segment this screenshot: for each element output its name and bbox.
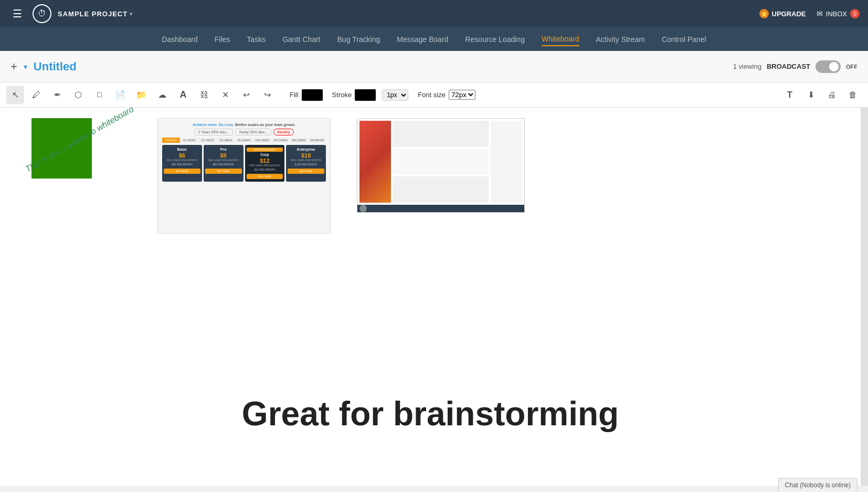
font-size-select[interactable]: 72px 48px 36px 24px [449,90,475,100]
hamburger-icon: ☰ [13,7,22,20]
font-size-label: Font size [418,91,446,99]
pen-tool[interactable]: ✒ [48,86,66,104]
shapes-tool[interactable]: ⬡ [69,86,87,104]
cursor-icon: ↖ [12,90,19,100]
trash-icon: 🗑 [849,90,857,100]
enterprise-buy-btn[interactable]: BUY NOW [288,169,324,174]
pro-name: Pro [205,148,242,151]
whiteboard-title[interactable]: Untitled [34,60,77,74]
nav-bar: Dashboard Files Tasks Gantt Chart Bug Tr… [0,27,868,51]
redo-button[interactable]: ↪ [258,86,276,104]
inbox-count: 0 [850,9,860,18]
download-button[interactable]: ⬇ [802,86,820,104]
pro-price: $9 [205,152,242,159]
stroke-size-control[interactable]: 1px 2px 3px [382,89,408,101]
viewer-count: 1 viewing [733,62,761,70]
file-tool[interactable]: 📄 [111,86,129,104]
nav-resource[interactable]: Resource Loading [465,33,525,46]
eraser-tool[interactable]: ✕ [216,86,234,104]
font-size-section: Font size 72px 48px 36px 24px [418,90,475,100]
stroke-size-select[interactable]: 1px 2px 3px [382,89,408,101]
drawing-toolbar: ↖ 🖊 ✒ ⬡ ☐ 📄 📁 ☁ A ⛓ ✕ ↩ ↪ Fill Stroke [0,82,868,108]
toolbar-right: T ⬇ 🖨 🗑 [781,86,862,104]
shapes-icon: ⬡ [75,90,82,100]
top-bar-left: ☰ ⏱ SAMPLE PROJECT ▾ [8,4,751,23]
project-dropdown-arrow: ▾ [130,11,133,17]
basic-name: Basic [164,148,200,151]
whiteboard-header: + ▾ Untitled 1 viewing BROADCAST OFF [0,51,868,82]
tab-2years[interactable]: 2 Years 50% disc... [194,129,233,135]
fill-color-picker[interactable] [302,89,323,101]
cloud-tool[interactable]: ☁ [153,86,171,104]
text-tool[interactable]: A [174,86,192,104]
corp-sub: PER USER /PER MONTH [247,164,283,167]
tier-200: 200 USERS [272,138,290,143]
nav-tasks[interactable]: Tasks [247,33,266,46]
redo-icon: ↪ [264,90,271,100]
tab-monthly[interactable]: Monthly [273,129,294,135]
inbox-button[interactable]: ✉ INBOX 0 [817,9,860,18]
menu-button[interactable]: ☰ [8,5,26,23]
tier-unlimited: UNLIMITED [308,138,326,143]
nav-message[interactable]: Message Board [397,33,448,46]
corp-buy-btn[interactable]: BUY NOW [247,174,283,179]
canvas-area[interactable]: This is text I added to whiteboard Achie… [0,108,861,486]
whiteboard-header-right: 1 viewing BROADCAST OFF [733,60,858,73]
stroke-section: Stroke 1px 2px 3px [332,89,409,101]
print-button[interactable]: 🖨 [823,86,841,104]
upgrade-icon: ⭐ [759,9,769,18]
text-icon: A [180,89,187,100]
cloud-icon: ☁ [158,90,166,100]
social-inner [357,119,524,212]
tier-100: 100 USERS [253,138,271,143]
nav-activity[interactable]: Activity Stream [596,33,645,46]
chat-bar[interactable]: Chat (Nobody is online) [778,478,858,492]
folder-tool[interactable]: 📁 [132,86,150,104]
nav-bug[interactable]: Bug Tracking [337,33,380,46]
clock-icon: ⏱ [33,4,51,23]
textbox-tool[interactable]: ☐ [90,86,108,104]
pro-buy-btn[interactable]: BUY NOW [205,169,242,174]
broadcast-toggle[interactable] [816,60,841,73]
canvas-scrollbar[interactable] [861,108,868,486]
undo-button[interactable]: ↩ [237,86,255,104]
tab-yearly[interactable]: Yearly 50% disc... [235,129,271,135]
social-screenshot[interactable] [357,118,525,213]
enterprise-card: Enterprise $18 PER USER /PER MONTH $108 … [286,145,326,182]
social-content [357,119,524,205]
select-tool[interactable]: ↖ [6,86,24,104]
stroke-color-picker[interactable] [355,89,376,101]
inbox-icon: ✉ [817,9,823,18]
file-icon: 📄 [115,90,125,100]
link-tool[interactable]: ⛓ [195,86,213,104]
top-bar: ☰ ⏱ SAMPLE PROJECT ▾ ⭐ UPGRADE ✉ INBOX 0 [0,0,868,27]
chat-status: Chat (Nobody is online) [785,481,851,489]
nav-whiteboard[interactable]: Whiteboard [542,33,579,46]
link-icon: ⛓ [200,90,208,100]
basic-buy-btn[interactable]: BUY NOW [164,169,200,174]
nav-control[interactable]: Control Panel [662,33,706,46]
textbox-icon: ☐ [97,91,102,99]
title-dropdown-arrow: ▾ [24,62,27,71]
project-name[interactable]: SAMPLE PROJECT ▾ [58,10,133,18]
tier-20: 20 USERS [199,138,217,143]
basic-sub: PER USER /PER MONTH [164,159,200,162]
freehand-tool[interactable]: 🖊 [27,86,45,104]
nav-gantt[interactable]: Gantt Chart [282,33,320,46]
nav-dashboard[interactable]: Dashboard [162,33,198,46]
basic-card: Basic $6 PER USER /PER MONTH $36 PER MON… [162,145,202,182]
upgrade-label: UPGRADE [772,10,806,18]
tier-30: 30 USERS [217,138,235,143]
add-board-button[interactable]: + [10,60,17,74]
tier-500: 500 USERS [290,138,308,143]
text-format-button[interactable]: T [781,86,799,104]
upgrade-button[interactable]: ⭐ UPGRADE [759,9,806,18]
pricing-screenshot[interactable]: Achieve more. Do Less. Binfire scales as… [157,118,331,234]
social-sidebar [491,121,522,203]
fill-label: Fill [290,91,299,99]
enterprise-price: $18 [288,152,324,159]
fill-section: Fill [290,89,323,101]
nav-files[interactable]: Files [215,33,230,46]
social-main-feed [393,121,489,203]
delete-button[interactable]: 🗑 [844,86,862,104]
